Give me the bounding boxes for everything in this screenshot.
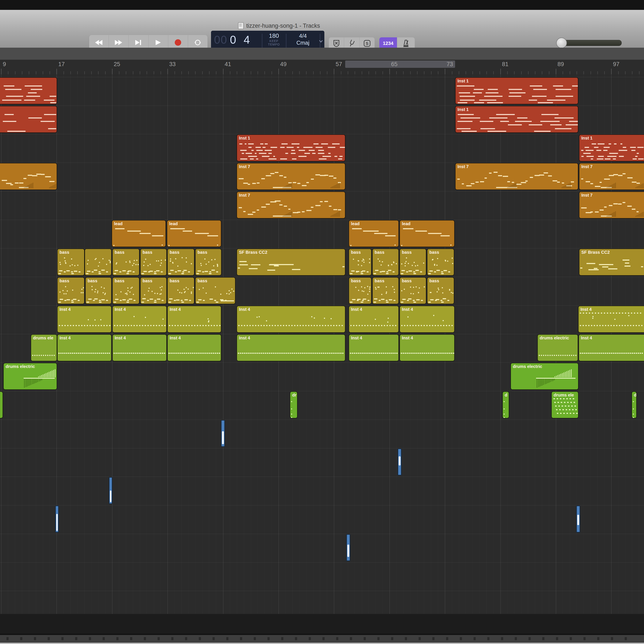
document-icon: [238, 22, 244, 29]
midi-region-bass[interactable]: bass: [57, 249, 85, 276]
midi-region-inst-7[interactable]: Inst 7: [237, 163, 345, 190]
volume-slider-track[interactable]: [561, 40, 622, 46]
midi-region-bass[interactable]: bass: [57, 277, 85, 304]
midi-region-drums-ele[interactable]: drums ele: [31, 334, 57, 361]
midi-region-bass[interactable]: bass: [349, 249, 372, 276]
midi-region-sf-brass-cc2[interactable]: SF Brass CC2: [579, 249, 644, 276]
region-label: bass: [143, 250, 152, 255]
midi-region[interactable]: [0, 391, 3, 418]
midi-region-inst-1[interactable]: Inst 1: [455, 106, 578, 133]
midi-region-inst-4[interactable]: Inst 4: [112, 334, 167, 361]
region-label: drums electric: [6, 364, 35, 369]
midi-region-drums-ele[interactable]: drums ele: [551, 391, 579, 418]
midi-region-inst-4[interactable]: Inst 4: [237, 334, 345, 361]
midi-region-bass[interactable]: bass: [112, 277, 140, 304]
region-label: Inst 7: [239, 193, 250, 198]
lcd-signature-section[interactable]: 4/4 Cmaj: [286, 32, 320, 46]
bar-number: 65: [391, 61, 398, 68]
midi-region-inst-4[interactable]: Inst 4: [57, 334, 112, 361]
midi-region-inst-1[interactable]: Inst 1: [579, 134, 644, 161]
midi-region-bass[interactable]: bass: [167, 277, 194, 304]
bar-ruler[interactable]: 91725334149576573818997: [0, 60, 644, 75]
arrange-area[interactable]: Inst 1Inst 1Inst 1Inst 1Inst 7Inst 7Inst…: [0, 74, 644, 614]
midi-region-inst-1[interactable]: Inst 1: [455, 77, 578, 104]
tempo-mode: KEEP: [262, 39, 286, 43]
region-label: Inst 4: [59, 307, 71, 312]
midi-region-bass[interactable]: bass: [140, 277, 167, 304]
audio-region[interactable]: [398, 448, 402, 475]
midi-region-drums-electric[interactable]: drums electric: [3, 363, 57, 390]
midi-region-inst-4[interactable]: Inst 4: [349, 334, 399, 361]
lcd-chevron-down-icon[interactable]: [319, 40, 323, 44]
midi-region-inst-7[interactable]: Inst 7: [455, 163, 578, 190]
midi-region-inst-1[interactable]: Inst 1: [237, 134, 345, 161]
midi-region-bass[interactable]: bass: [85, 277, 112, 304]
midi-region-bass[interactable]: bass: [195, 277, 235, 304]
midi-region-bass[interactable]: bass: [140, 249, 167, 276]
midi-region-bass[interactable]: bass: [167, 249, 194, 276]
region-label: Inst 4: [239, 336, 250, 340]
midi-region-lead[interactable]: lead: [399, 220, 455, 247]
midi-region-inst-4[interactable]: Inst 4: [167, 306, 221, 333]
midi-region-lead[interactable]: lead: [349, 220, 399, 247]
region-label: d: [634, 393, 636, 398]
region-label: Inst 4: [239, 307, 250, 312]
midi-region-inst-4[interactable]: Inst 4: [112, 306, 167, 333]
midi-region[interactable]: [0, 106, 57, 133]
midi-region-inst-4[interactable]: Inst 4: [237, 306, 345, 333]
midi-region-bass[interactable]: bass: [372, 277, 399, 304]
bar-number: 49: [280, 61, 287, 68]
midi-region-bass[interactable]: bass: [349, 277, 372, 304]
region-label: bass: [429, 250, 439, 255]
cycle-range-inactive[interactable]: [345, 61, 455, 68]
midi-region-lead[interactable]: lead: [112, 220, 166, 247]
region-label: bass: [375, 250, 384, 255]
lcd-tempo-section[interactable]: 180 KEEP TEMPO: [262, 32, 286, 46]
midi-region-drums-electric[interactable]: drums electric: [510, 363, 579, 390]
region-label: SF Brass CC2: [239, 250, 267, 255]
audio-region[interactable]: [55, 506, 59, 533]
midi-region-inst-4[interactable]: Inst 4: [399, 306, 455, 333]
midi-region-d[interactable]: d: [632, 391, 637, 418]
midi-region-inst-4[interactable]: Inst 4: [57, 306, 112, 333]
volume-slider-knob[interactable]: [556, 38, 567, 48]
region-label: bass: [59, 250, 69, 255]
midi-region[interactable]: [85, 249, 112, 276]
midi-region-inst-4[interactable]: Inst 4: [349, 306, 399, 333]
bar-number: 97: [613, 61, 619, 68]
audio-region[interactable]: [576, 506, 580, 533]
midi-region[interactable]: [0, 77, 57, 104]
midi-region-inst-7[interactable]: Inst 7: [579, 163, 644, 190]
midi-region-bass[interactable]: bass: [427, 249, 454, 276]
title-bar: tizzer-huang-song-1 - Tracks 00 0 4 BAR …: [0, 10, 644, 48]
midi-region-bass[interactable]: bass: [195, 249, 222, 276]
midi-region-bass[interactable]: bass: [372, 249, 399, 276]
midi-region-bass[interactable]: bass: [399, 277, 426, 304]
midi-region-lead[interactable]: lead: [167, 220, 221, 247]
midi-region-inst-4[interactable]: Inst 4: [578, 306, 644, 333]
region-label: lead: [351, 221, 360, 226]
audio-region[interactable]: [346, 534, 350, 561]
audio-region[interactable]: [221, 420, 225, 447]
midi-region-d[interactable]: d: [502, 391, 509, 418]
midi-region-sf-brass-cc2[interactable]: SF Brass CC2: [237, 249, 345, 276]
region-label: Inst 4: [581, 336, 592, 340]
midi-region-inst-7[interactable]: Inst 7: [237, 191, 345, 219]
horizontal-scrollbar[interactable]: [0, 643, 644, 644]
midi-region-drums-electric[interactable]: drums electric: [537, 334, 578, 361]
midi-region-bass[interactable]: bass: [112, 249, 140, 276]
midi-region-inst-4[interactable]: Inst 4: [579, 334, 644, 361]
midi-region-dr[interactable]: dr: [290, 391, 298, 418]
midi-region-inst-7[interactable]: Inst 7: [579, 191, 644, 219]
midi-region[interactable]: [0, 163, 57, 190]
region-label: Inst 4: [170, 307, 181, 312]
midi-region-bass[interactable]: bass: [399, 249, 426, 276]
midi-region-inst-4[interactable]: Inst 4: [399, 334, 455, 361]
record-icon: [175, 39, 181, 46]
region-label: lead: [114, 221, 123, 226]
midi-region-bass[interactable]: bass: [427, 277, 454, 304]
lcd-bar-ghost: 00: [214, 33, 227, 46]
midi-region-inst-4[interactable]: Inst 4: [167, 334, 221, 361]
audio-waveform: [110, 491, 112, 502]
audio-region[interactable]: [109, 477, 112, 504]
